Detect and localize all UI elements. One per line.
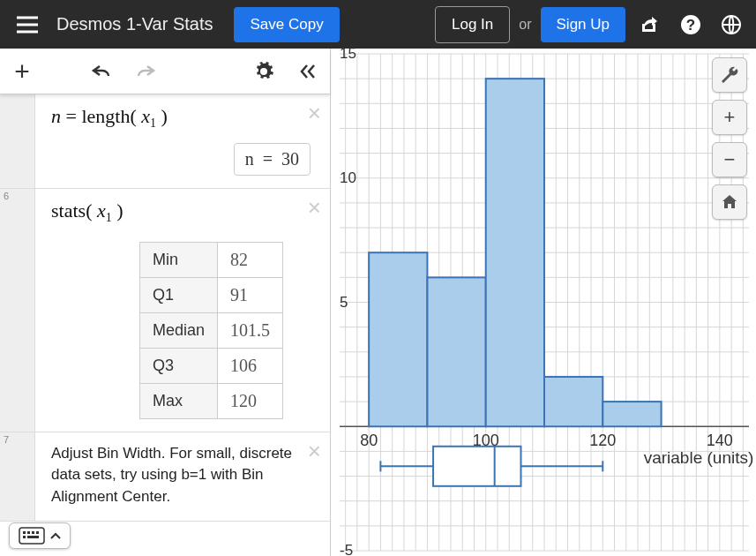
stats-label: Max xyxy=(140,383,218,418)
svg-rect-12 xyxy=(27,536,39,538)
stats-label: Q3 xyxy=(140,348,218,383)
svg-rect-8 xyxy=(27,531,30,534)
expression-output: n = 30 xyxy=(234,143,311,176)
header-right-group: Log In or Sign Up ? xyxy=(435,6,747,43)
expression-panel: + xyxy=(0,49,331,556)
svg-rect-79 xyxy=(427,277,485,426)
svg-text:?: ? xyxy=(686,17,695,34)
redo-button[interactable] xyxy=(124,63,168,80)
svg-rect-10 xyxy=(36,531,39,534)
expression-scroll[interactable]: × n = length( x1 ) n = 30 6 × xyxy=(0,94,330,556)
expression-row[interactable]: 6 × stats( x1 ) Min82 Q191 Median101.5 Q… xyxy=(0,189,330,432)
keypad-toggle[interactable] xyxy=(9,522,71,549)
svg-rect-82 xyxy=(603,402,661,426)
expression-content[interactable]: stats( x1 ) xyxy=(51,199,314,225)
login-button[interactable]: Log In xyxy=(435,6,510,43)
stats-value: 106 xyxy=(218,348,283,383)
expression-row[interactable]: 7 × Adjust Bin Width. For small, discret… xyxy=(0,432,330,522)
stats-value: 101.5 xyxy=(218,312,283,348)
collapse-panel-icon[interactable] xyxy=(286,61,330,82)
help-icon[interactable]: ? xyxy=(675,9,707,41)
svg-rect-81 xyxy=(544,377,603,426)
home-button[interactable] xyxy=(712,184,747,220)
row-index: 6 xyxy=(0,189,35,431)
row-index xyxy=(0,94,35,188)
delete-expression-icon[interactable]: × xyxy=(308,440,321,462)
stats-label: Median xyxy=(140,312,218,348)
delete-expression-icon[interactable]: × xyxy=(308,101,321,124)
stats-value: 82 xyxy=(218,242,283,277)
chevron-up-icon xyxy=(50,531,61,540)
expression-toolbar: + xyxy=(0,49,330,94)
share-icon[interactable] xyxy=(634,10,666,40)
zoom-out-button[interactable]: − xyxy=(712,142,747,177)
expression-content[interactable]: n = length( x1 ) xyxy=(51,105,314,131)
settings-icon[interactable] xyxy=(242,61,286,82)
menu-icon[interactable] xyxy=(9,10,46,40)
wrench-icon[interactable] xyxy=(712,57,747,93)
svg-rect-78 xyxy=(369,252,427,426)
svg-rect-88 xyxy=(433,447,520,486)
undo-button[interactable] xyxy=(79,63,124,80)
svg-rect-7 xyxy=(23,531,26,534)
expression-row[interactable]: × n = length( x1 ) n = 30 xyxy=(0,94,330,189)
svg-text:15: 15 xyxy=(340,49,356,62)
main-area: + xyxy=(0,49,756,556)
stats-value: 91 xyxy=(218,277,283,312)
stats-output-table: Min82 Q191 Median101.5 Q3106 Max120 xyxy=(139,242,283,419)
graph-area[interactable]: 80100120140-551015variable (units) + − xyxy=(331,49,756,556)
delete-expression-icon[interactable]: × xyxy=(308,196,321,219)
add-expression-button[interactable]: + xyxy=(0,49,44,94)
note-text[interactable]: Adjust Bin Width. For small, discrete da… xyxy=(51,443,314,508)
expression-list: × n = length( x1 ) n = 30 6 × xyxy=(0,94,330,556)
signup-button[interactable]: Sign Up xyxy=(541,7,625,42)
graph-controls: + − xyxy=(712,57,747,220)
graph-canvas[interactable]: 80100120140-551015variable (units) xyxy=(331,49,756,556)
svg-text:5: 5 xyxy=(340,294,348,311)
svg-text:80: 80 xyxy=(360,432,378,449)
app-header: Desmos 1-Var Stats Save Copy Log In or S… xyxy=(0,0,756,49)
stats-label: Min xyxy=(140,242,218,277)
svg-text:-5: -5 xyxy=(340,542,353,556)
svg-text:140: 140 xyxy=(707,432,733,449)
language-icon[interactable] xyxy=(715,9,747,41)
app-title: Desmos 1-Var Stats xyxy=(56,14,213,34)
zoom-in-button[interactable]: + xyxy=(712,100,747,135)
svg-rect-9 xyxy=(32,531,34,534)
stats-value: 120 xyxy=(218,383,283,418)
stats-label: Q1 xyxy=(140,277,218,312)
svg-text:120: 120 xyxy=(589,432,616,449)
svg-rect-11 xyxy=(23,536,26,538)
svg-text:10: 10 xyxy=(340,169,356,186)
save-copy-button[interactable]: Save Copy xyxy=(234,7,339,42)
svg-rect-80 xyxy=(486,79,544,426)
svg-text:variable (units): variable (units) xyxy=(644,448,754,467)
or-label: or xyxy=(519,17,531,33)
row-index: 7 xyxy=(0,432,35,521)
